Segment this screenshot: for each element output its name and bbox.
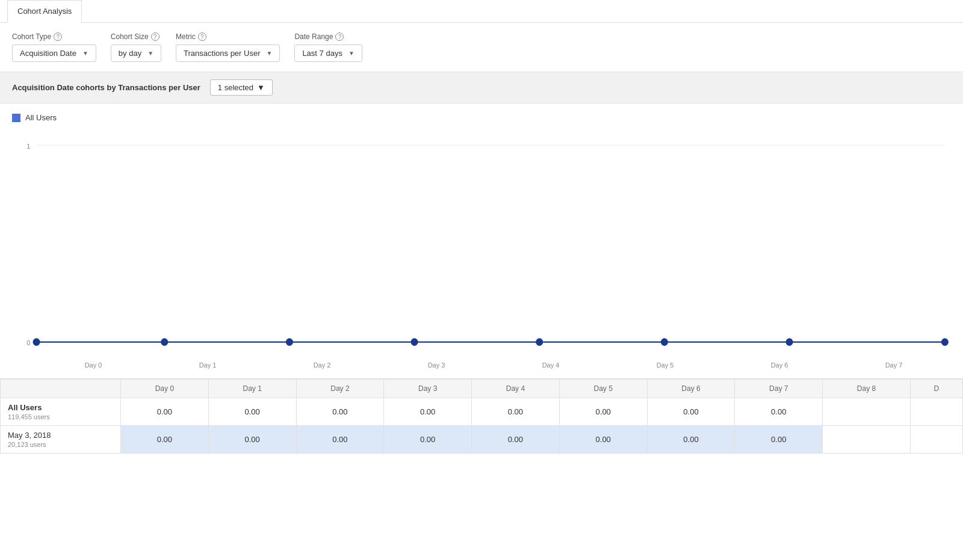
table-header-day7: Day 7 — [735, 380, 823, 398]
date-range-caret-icon: ▼ — [348, 50, 355, 57]
svg-point-4 — [33, 339, 39, 345]
cohort-type-help-icon[interactable]: ? — [54, 32, 62, 41]
svg-point-5 — [161, 339, 167, 345]
selected-dropdown[interactable]: 1 selected ▼ — [210, 79, 273, 96]
table-cell: 0.00 — [735, 426, 823, 454]
svg-point-7 — [412, 339, 418, 345]
x-label-day5: Day 5 — [608, 362, 722, 369]
table-cell: 0.00 — [472, 398, 560, 426]
metric-help-icon[interactable]: ? — [198, 32, 206, 41]
table-cell: 0.00 — [208, 426, 296, 454]
svg-point-8 — [536, 339, 542, 345]
table-header-day6: Day 6 — [647, 380, 735, 398]
date-range-label: Date Range ? — [294, 32, 362, 41]
cohort-type-group: Cohort Type ? Acquisition Date ▼ — [12, 32, 96, 62]
table-header-day3: Day 3 — [384, 380, 472, 398]
table-cell: 0.00 — [121, 426, 209, 454]
table-cell: 0.00 — [647, 426, 735, 454]
svg-point-11 — [942, 339, 948, 345]
cohort-type-label: Cohort Type ? — [12, 32, 96, 41]
table-section: Day 0 Day 1 Day 2 Day 3 Day 4 Day 5 Day … — [0, 378, 963, 454]
table-cell: 0.00 — [559, 426, 647, 454]
table-cell: 0.00 — [384, 426, 472, 454]
table-header-day2: Day 2 — [296, 380, 384, 398]
cohort-size-group: Cohort Size ? by day ▼ — [111, 32, 161, 62]
data-table: Day 0 Day 1 Day 2 Day 3 Day 4 Day 5 Day … — [0, 379, 963, 454]
table-cell: 0.00 — [296, 426, 384, 454]
table-header-day0: Day 0 — [121, 380, 209, 398]
metric-dropdown[interactable]: Transactions per User ▼ — [176, 45, 280, 62]
table-cell — [823, 426, 911, 454]
legend: All Users — [12, 113, 951, 122]
table-header-day4: Day 4 — [472, 380, 560, 398]
metric-caret-icon: ▼ — [266, 50, 272, 57]
cohort-size-dropdown[interactable]: by day ▼ — [111, 45, 161, 62]
cohort-size-label: Cohort Size ? — [111, 32, 161, 41]
table-header-dayn: D — [910, 380, 962, 398]
date-range-group: Date Range ? Last 7 days ▼ — [294, 32, 362, 62]
selected-caret-icon: ▼ — [257, 83, 265, 92]
table-cell — [910, 426, 962, 454]
table-row: All Users119,455 users0.000.000.000.000.… — [1, 398, 963, 426]
table-cell: 0.00 — [472, 426, 560, 454]
row-header-cell: May 3, 201820,123 users — [1, 426, 121, 454]
date-range-dropdown[interactable]: Last 7 days ▼ — [294, 45, 362, 62]
legend-label: All Users — [25, 113, 57, 122]
table-cell — [910, 398, 962, 426]
controls-row: Cohort Type ? Acquisition Date ▼ Cohort … — [0, 23, 963, 72]
svg-text:0: 0 — [26, 339, 30, 346]
table-cell: 0.00 — [735, 398, 823, 426]
x-label-day7: Day 7 — [837, 362, 951, 369]
table-header-day1: Day 1 — [208, 380, 296, 398]
legend-color-swatch — [12, 114, 20, 122]
chart-svg: 1 0 — [12, 129, 951, 358]
x-label-day0: Day 0 — [36, 362, 150, 369]
cohort-size-help-icon[interactable]: ? — [151, 32, 159, 41]
table-header-row: Day 0 Day 1 Day 2 Day 3 Day 4 Day 5 Day … — [1, 380, 963, 398]
table-cell — [823, 398, 911, 426]
svg-point-6 — [286, 339, 293, 345]
x-axis-labels: Day 0 Day 1 Day 2 Day 3 Day 4 Day 5 Day … — [12, 358, 951, 378]
table-cell: 0.00 — [647, 398, 735, 426]
x-label-day2: Day 2 — [265, 362, 379, 369]
chart-wrapper: 1 0 — [12, 129, 951, 358]
chart-header-title: Acquisition Date cohorts by Transactions… — [12, 83, 200, 92]
table-cell: 0.00 — [559, 398, 647, 426]
table-header-name — [1, 380, 121, 398]
page-container: Cohort Analysis Cohort Type ? Acquisitio… — [0, 0, 963, 560]
svg-point-10 — [786, 339, 792, 345]
cohort-type-caret-icon: ▼ — [82, 50, 88, 57]
table-cell: 0.00 — [121, 398, 209, 426]
chart-header: Acquisition Date cohorts by Transactions… — [0, 72, 963, 103]
table-row: May 3, 201820,123 users0.000.000.000.000… — [1, 426, 963, 454]
cohort-type-dropdown[interactable]: Acquisition Date ▼ — [12, 45, 96, 62]
x-label-day4: Day 4 — [494, 362, 608, 369]
metric-group: Metric ? Transactions per User ▼ — [176, 32, 280, 62]
table-header-day8: Day 8 — [823, 380, 911, 398]
table-header-day5: Day 5 — [559, 380, 647, 398]
row-header-cell: All Users119,455 users — [1, 398, 121, 426]
cohort-analysis-tab[interactable]: Cohort Analysis — [7, 0, 82, 23]
svg-text:1: 1 — [26, 142, 30, 149]
table-cell: 0.00 — [296, 398, 384, 426]
table-cell: 0.00 — [384, 398, 472, 426]
tab-bar: Cohort Analysis — [0, 0, 963, 23]
cohort-size-caret-icon: ▼ — [147, 50, 153, 57]
metric-label: Metric ? — [176, 32, 280, 41]
chart-area: All Users 1 0 — [0, 103, 963, 378]
svg-point-9 — [661, 339, 667, 345]
x-label-day6: Day 6 — [722, 362, 837, 369]
date-range-help-icon[interactable]: ? — [335, 32, 344, 41]
x-label-day3: Day 3 — [379, 362, 494, 369]
x-label-day1: Day 1 — [150, 362, 265, 369]
table-cell: 0.00 — [208, 398, 296, 426]
